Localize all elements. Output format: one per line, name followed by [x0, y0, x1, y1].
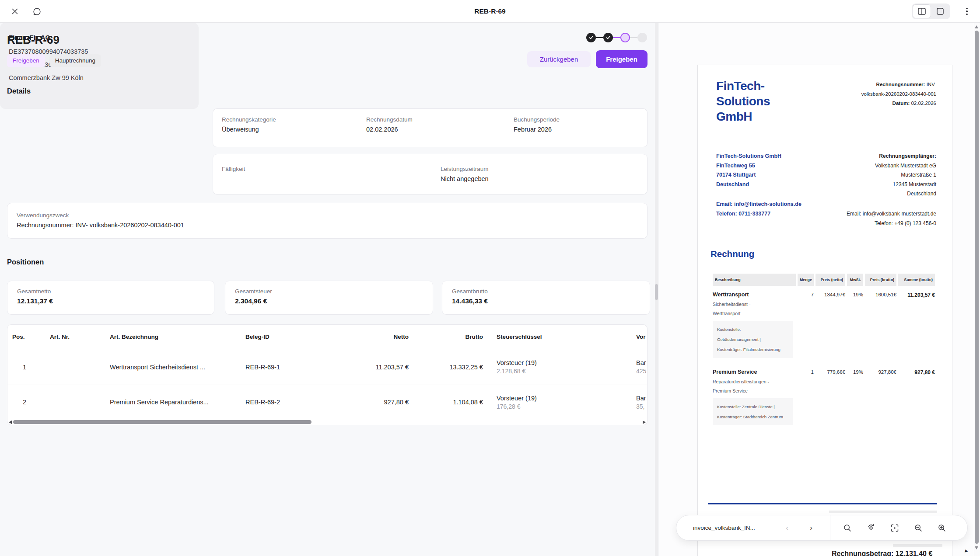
col-netto: Netto — [326, 334, 409, 340]
pdf-table-row: Werttransport Sicherheitsdienst - Werttr… — [713, 286, 937, 358]
view-toggle-group — [912, 3, 950, 19]
pdf-cost-center-box: Kostenstelle: Gebäudemanagement | Kosten… — [713, 321, 793, 358]
step-4-upcoming — [637, 33, 647, 42]
pdf-scroll-down-arrow[interactable] — [975, 546, 978, 549]
pdf-table-row: Premium Service Reparaturdienstleistunge… — [713, 363, 937, 425]
split-view-icon — [918, 8, 926, 15]
hscroll-left-arrow[interactable] — [9, 420, 12, 424]
field-faelligkeit: Fälligkeit — [222, 166, 245, 172]
pdf-total-amount: Rechnungsbetrag: 12.131,40 € — [832, 550, 932, 556]
check-icon — [606, 35, 611, 40]
col-clipped: Vor — [631, 334, 648, 340]
status-badge-freigeben: Freigeben — [7, 54, 45, 67]
pdf-page: FinTech- Solutions GmbH Rechnungsnummer:… — [697, 65, 952, 556]
pdf-sender-contact: Email: info@fintech-solutions.de Telefon… — [716, 200, 802, 219]
pdf-footer-rule — [708, 503, 937, 504]
pdf-scroll-up-arrow[interactable] — [975, 25, 978, 28]
col-steuerschluessel: Steuerschlüssel — [483, 334, 631, 340]
pdf-cost-center-box: Kostenstelle: Zentrale Dienste | Kostent… — [713, 398, 793, 425]
approval-progress-steps — [586, 33, 647, 42]
pdf-rechnung-heading: Rechnung — [710, 249, 754, 259]
col-beleg: Beleg-ID — [245, 334, 326, 340]
zoom-out-icon[interactable] — [906, 519, 930, 537]
col-pos: Pos. — [12, 334, 50, 340]
step-2-done — [603, 33, 613, 42]
purpose-card: Verwendungszweck Rechnungsnummer: INV- v… — [7, 203, 648, 239]
pdf-scrollbar[interactable] — [975, 31, 979, 544]
col-brutto: Brutto — [409, 334, 483, 340]
field-buchungsperiode: Buchungsperiode Februar 2026 — [514, 116, 560, 133]
step-connector — [613, 37, 620, 38]
chevron-right-icon[interactable]: › — [805, 524, 818, 532]
pdf-filename: invoice_volksbank_IN... — [693, 525, 780, 531]
pdf-toolbar: invoice_volksbank_IN... ‹ › — [676, 515, 968, 541]
pdf-recipient-contact: Email: info@volksbank-musterstadt.de Tel… — [847, 209, 936, 228]
approve-button[interactable]: Freigeben — [596, 50, 648, 68]
split-view-button[interactable] — [913, 4, 931, 18]
pdf-preview-panel: FinTech- Solutions GmbH Rechnungsnummer:… — [659, 23, 980, 556]
focus-select-icon[interactable] — [883, 519, 906, 537]
horizontal-scrollbar[interactable] — [13, 420, 312, 424]
return-button[interactable]: Zurückgeben — [527, 51, 591, 67]
invoice-detail-panel: REB-R-69 Freigeben Hauptrechnung Zurückg… — [0, 23, 659, 556]
pdf-invoice-meta: Rechnungsnummer: INV- volksbank-20260202… — [861, 80, 936, 108]
zoom-in-icon[interactable] — [930, 519, 954, 537]
vendor-bank: Commerzbank Zw 99 Köln — [9, 71, 190, 84]
line-items-table: Pos. Art. Nr. Art. Bezeichnung Beleg-ID … — [7, 324, 648, 425]
field-rechnungsdatum: Rechnungsdatum 02.02.2026 — [366, 116, 413, 133]
window-title: REB-R-69 — [0, 0, 980, 23]
full-view-button[interactable] — [931, 4, 949, 18]
mouse-cursor: ▸ — [964, 547, 970, 554]
window-titlebar: REB-R-69 — [0, 0, 980, 23]
table-header-row: Pos. Art. Nr. Art. Bezeichnung Beleg-ID … — [7, 325, 647, 349]
pdf-footer-line — [893, 544, 942, 547]
total-tax-card: Gesamtsteuer 2.304,96 € — [225, 281, 433, 315]
pdf-recipient-address: Rechnungsempfänger: Volksbank Musterstad… — [875, 152, 936, 199]
purpose-value: Rechnungsnummer: INV- volksbank-20260202… — [17, 222, 638, 229]
pdf-table-header: Beschreibung Menge Preis (netto) MwSt. P… — [713, 274, 937, 286]
check-icon — [588, 35, 594, 40]
full-view-icon — [937, 8, 944, 15]
table-row[interactable]: 2 Premium Service Reparaturdiens... REB-… — [7, 385, 647, 419]
step-1-done — [586, 33, 596, 42]
page-title: REB-R-69 — [7, 33, 60, 47]
table-row[interactable]: 1 Werttransport Sicherheitsdienst ... RE… — [7, 349, 647, 385]
purpose-label: Verwendungszweck — [17, 212, 638, 219]
pdf-logo: FinTech- Solutions GmbH — [716, 78, 770, 124]
total-gross-card: Gesamtbrutto 14.436,33 € — [442, 281, 650, 315]
total-net-card: Gesamtnetto 12.131,37 € — [7, 281, 214, 315]
hscroll-right-arrow[interactable] — [643, 420, 646, 424]
left-panel-scrollbar[interactable] — [655, 284, 658, 300]
invoice-meta-card: Rechnungskategorie Überweisung Rechnungs… — [213, 108, 648, 147]
search-icon[interactable] — [836, 519, 859, 537]
col-bezeichnung: Art. Bezeichnung — [110, 334, 245, 340]
step-connector — [596, 37, 603, 38]
field-rechnungskategorie: Rechnungskategorie Überweisung — [222, 116, 276, 133]
pdf-footer-line — [829, 511, 937, 513]
pdf-sender-address: FinTech-Solutions GmbH FinTechweg 55 701… — [716, 152, 781, 189]
due-date-card: Fälligkeit Leistungszeitraum Nicht angeg… — [213, 154, 648, 195]
step-3-current — [620, 33, 630, 42]
positions-heading: Positionen — [7, 258, 44, 266]
status-badges: Freigeben Hauptrechnung — [7, 54, 101, 67]
more-options-icon[interactable] — [962, 7, 971, 16]
details-heading: Details — [7, 87, 31, 95]
col-art-nr: Art. Nr. — [50, 334, 110, 340]
rotate-icon[interactable] — [859, 519, 883, 537]
chevron-left-icon[interactable]: ‹ — [780, 524, 794, 532]
field-leistungszeitraum: Leistungszeitraum Nicht angegeben — [441, 166, 489, 182]
toolbar-divider — [830, 515, 830, 541]
pdf-items-table: Beschreibung Menge Preis (netto) MwSt. P… — [713, 274, 937, 425]
step-connector — [630, 37, 637, 38]
type-badge-hauptrechnung: Hauptrechnung — [49, 54, 101, 67]
